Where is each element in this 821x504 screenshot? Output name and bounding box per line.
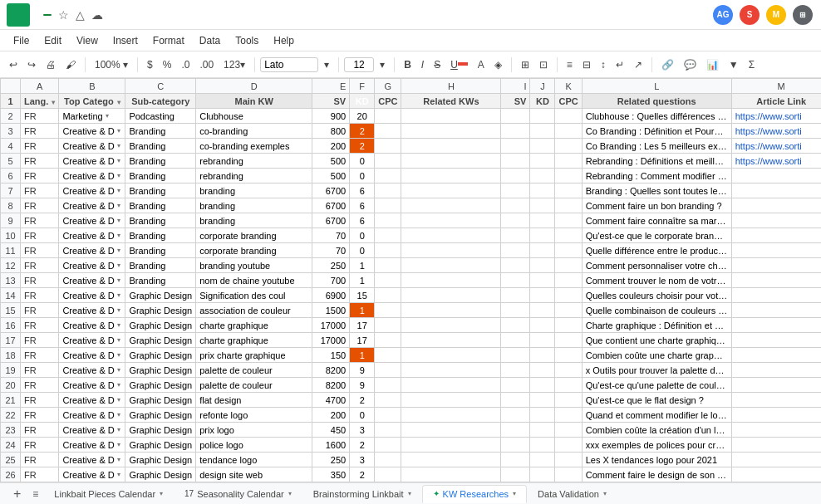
cell-cpc2-10[interactable] xyxy=(555,228,582,243)
cell-sv2-12[interactable] xyxy=(501,258,530,273)
cell-kd2-21[interactable] xyxy=(530,393,555,408)
cell-cpc-18[interactable] xyxy=(375,348,401,363)
cell-kd2-5[interactable] xyxy=(530,154,555,169)
table-row[interactable]: 26 FR Creative & D ▾ Graphic Design desi… xyxy=(1,467,822,482)
cell-subcat-13[interactable]: Branding xyxy=(125,273,196,288)
cell-kd-8[interactable]: 6 xyxy=(350,198,375,213)
cell-mainkw-20[interactable]: palette de couleur xyxy=(196,378,312,393)
cell-subcat-8[interactable]: Branding xyxy=(125,198,196,213)
cell-subcat-7[interactable]: Branding xyxy=(125,183,196,198)
cell-sv-19[interactable]: 8200 xyxy=(312,363,350,378)
avatar-2[interactable]: S xyxy=(738,3,761,27)
cell-sv-18[interactable]: 150 xyxy=(312,348,350,363)
cell-topcat-13[interactable]: Creative & D ▾ xyxy=(59,273,125,288)
cell-lang-19[interactable]: FR xyxy=(21,363,59,378)
cell-cpc-24[interactable] xyxy=(375,438,401,453)
cell-kd-6[interactable]: 0 xyxy=(350,169,375,183)
table-row[interactable]: 10 FR Creative & D ▾ Branding corporate … xyxy=(1,228,822,243)
cell-article-20[interactable] xyxy=(731,378,821,393)
link-button[interactable]: 🔗 xyxy=(657,57,678,72)
cell-lang-14[interactable]: FR xyxy=(21,288,59,303)
cell-subcat-22[interactable]: Graphic Design xyxy=(125,408,196,423)
cell-subcat-19[interactable]: Graphic Design xyxy=(125,363,196,378)
cell-subcat-25[interactable]: Graphic Design xyxy=(125,453,196,467)
cell-relkw-6[interactable] xyxy=(401,169,501,183)
cell-cpc2-3[interactable] xyxy=(555,124,582,139)
table-row[interactable]: 24 FR Creative & D ▾ Graphic Design poli… xyxy=(1,438,822,453)
cell-topcat-11[interactable]: Creative & D ▾ xyxy=(59,243,125,258)
cell-cpc-2[interactable] xyxy=(375,109,401,124)
cell-topcat-15[interactable]: Creative & D ▾ xyxy=(59,303,125,318)
cell-article-12[interactable] xyxy=(731,258,821,273)
header-sv2[interactable]: SV xyxy=(501,94,530,109)
cell-topcat-18[interactable]: Creative & D ▾ xyxy=(59,348,125,363)
cell-sv2-7[interactable] xyxy=(501,183,530,198)
cell-topcat-9[interactable]: Creative & D ▾ xyxy=(59,213,125,228)
table-row[interactable]: 3 FR Creative & D ▾ Branding co-branding… xyxy=(1,124,822,139)
cell-cpc2-11[interactable] xyxy=(555,243,582,258)
cell-cpc-19[interactable] xyxy=(375,363,401,378)
cell-mainkw-23[interactable]: prix logo xyxy=(196,423,312,438)
table-row[interactable]: 6 FR Creative & D ▾ Branding rebranding … xyxy=(1,169,822,183)
cell-relkw-23[interactable] xyxy=(401,423,501,438)
cell-sv2-18[interactable] xyxy=(501,348,530,363)
cell-article-6[interactable] xyxy=(731,169,821,183)
cell-mainkw-21[interactable]: flat design xyxy=(196,393,312,408)
cell-kd2-6[interactable] xyxy=(530,169,555,183)
cell-sv-26[interactable]: 350 xyxy=(312,467,350,482)
col-header-i[interactable]: I xyxy=(501,79,530,94)
share-button[interactable]: ⊞ xyxy=(791,3,814,27)
decimal2-button[interactable]: .00 xyxy=(195,57,218,72)
cell-sv2-4[interactable] xyxy=(501,139,530,154)
cell-sv2-16[interactable] xyxy=(501,318,530,333)
cell-cpc2-15[interactable] xyxy=(555,303,582,318)
cell-relkw-15[interactable] xyxy=(401,303,501,318)
cell-relkw-17[interactable] xyxy=(401,333,501,348)
cell-article-5[interactable]: https://www.sorti xyxy=(731,154,821,169)
cell-article-15[interactable] xyxy=(731,303,821,318)
table-row[interactable]: 21 FR Creative & D ▾ Graphic Design flat… xyxy=(1,393,822,408)
cell-mainkw-15[interactable]: association de couleur xyxy=(196,303,312,318)
cell-subcat-17[interactable]: Graphic Design xyxy=(125,333,196,348)
cell-topcat-27[interactable]: Creative & D ▾ xyxy=(59,482,125,483)
cell-kd2-17[interactable] xyxy=(530,333,555,348)
cell-topcat-17[interactable]: Creative & D ▾ xyxy=(59,333,125,348)
valign-button[interactable]: ↕ xyxy=(597,57,610,72)
cell-lang-17[interactable]: FR xyxy=(21,333,59,348)
cell-article-16[interactable] xyxy=(731,318,821,333)
cell-topcat-4[interactable]: Creative & D ▾ xyxy=(59,139,125,154)
header-main-kw[interactable]: Main KW xyxy=(196,94,312,109)
currency-button[interactable]: $ xyxy=(143,57,157,72)
cell-article-8[interactable] xyxy=(731,198,821,213)
col-header-a[interactable]: A xyxy=(21,79,59,94)
col-header-d[interactable]: D xyxy=(196,79,312,94)
cell-relq-19[interactable]: x Outils pour trouver la palette de coul… xyxy=(582,363,731,378)
cell-mainkw-27[interactable]: design graphique xyxy=(196,482,312,483)
cell-sv2-14[interactable] xyxy=(501,288,530,303)
cell-relkw-9[interactable] xyxy=(401,213,501,228)
cell-sv2-23[interactable] xyxy=(501,423,530,438)
cell-relq-12[interactable]: Comment personnaliser votre chaîne Yo xyxy=(582,258,731,273)
cell-kd-5[interactable]: 0 xyxy=(350,154,375,169)
cell-kd2-16[interactable] xyxy=(530,318,555,333)
cell-lang-12[interactable]: FR xyxy=(21,258,59,273)
cell-relq-25[interactable]: Les X tendances logo pour 2021 xyxy=(582,453,731,467)
cell-cpc2-19[interactable] xyxy=(555,363,582,378)
drive-icon[interactable]: △ xyxy=(76,8,85,22)
cell-sv2-25[interactable] xyxy=(501,453,530,467)
cell-lang-3[interactable]: FR xyxy=(21,124,59,139)
cell-sv-24[interactable]: 1600 xyxy=(312,438,350,453)
cell-topcat-21[interactable]: Creative & D ▾ xyxy=(59,393,125,408)
cell-topcat-26[interactable]: Creative & D ▾ xyxy=(59,467,125,482)
cell-mainkw-25[interactable]: tendance logo xyxy=(196,453,312,467)
cell-sv2-8[interactable] xyxy=(501,198,530,213)
cell-cpc-4[interactable] xyxy=(375,139,401,154)
cell-cpc-22[interactable] xyxy=(375,408,401,423)
cell-kd-15[interactable]: 1 xyxy=(350,303,375,318)
cell-mainkw-7[interactable]: branding xyxy=(196,183,312,198)
col-header-l[interactable]: L xyxy=(582,79,731,94)
cell-kd2-4[interactable] xyxy=(530,139,555,154)
cell-sv2-27[interactable] xyxy=(501,482,530,483)
table-row[interactable]: 18 FR Creative & D ▾ Graphic Design prix… xyxy=(1,348,822,363)
comment-button[interactable]: 💬 xyxy=(680,57,701,72)
